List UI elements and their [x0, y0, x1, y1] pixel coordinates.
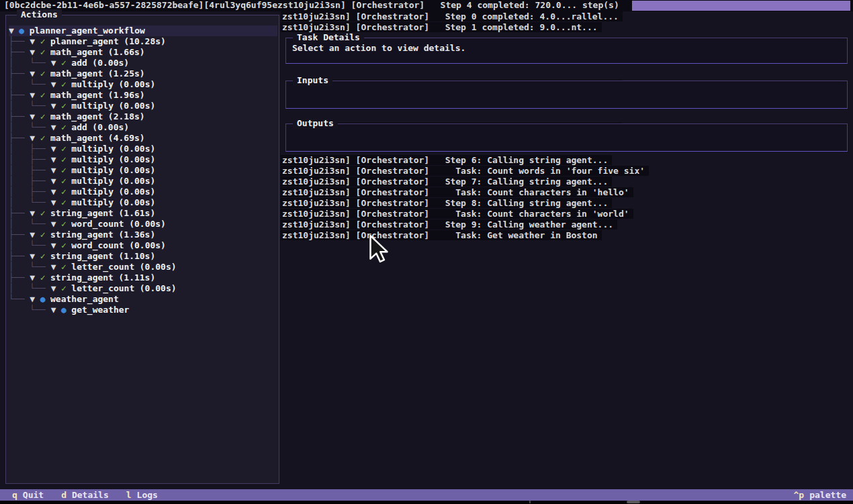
check-icon: ✓ — [61, 187, 66, 197]
log-line: zst10ju2i3sn] [Orchestrator] Step 7: Cal… — [281, 177, 649, 187]
expand-arrow-icon: ▼ — [51, 79, 56, 89]
expand-arrow-icon: ▼ — [9, 26, 14, 36]
node-duration: (0.00s) — [92, 122, 129, 132]
tree-guide: │ └── — [9, 101, 51, 111]
footer-binding-logs[interactable]: lLogs — [126, 489, 158, 501]
expand-arrow-icon: ▼ — [30, 272, 35, 283]
tree-node-math_agent[interactable]: ├── ▼✓math_agent(1.25s) — [9, 68, 277, 79]
tree-node-add[interactable]: │ └── ▼✓add(0.00s) — [9, 122, 277, 133]
node-label: multiply — [71, 176, 114, 186]
binding-key: d — [61, 489, 66, 501]
tree-node-math_agent[interactable]: ├── ▼✓math_agent(1.96s) — [9, 90, 277, 101]
log-text: zst10ju2i3sn] [Orchestrator] Step 8: Cal… — [281, 198, 612, 208]
tree-node-string_agent[interactable]: ├── ▼✓string_agent(1.36s) — [9, 230, 277, 240]
tree-node-planner_agent_workflow[interactable]: ▼●planner_agent_workflow — [9, 26, 277, 36]
check-icon: ✓ — [61, 122, 66, 132]
tree-guide: │ └── — [9, 197, 51, 207]
check-icon: ✓ — [40, 133, 46, 143]
node-duration: (0.00s) — [140, 262, 177, 272]
running-dot-icon: ● — [40, 294, 46, 304]
actions-tree: ▼●planner_agent_workflow├── ▼✓planner_ag… — [9, 26, 277, 315]
running-dot-icon: ● — [61, 305, 66, 315]
tree-node-multiply[interactable]: │ └── ▼✓multiply(0.00s) — [9, 197, 277, 208]
app-screen: [0bc2dcbe-2b11-4e6b-a557-2825872beafe][4… — [0, 0, 853, 504]
node-label: string_agent — [50, 208, 114, 218]
node-label: letter_count — [71, 262, 134, 272]
tree-guide: ├── — [9, 272, 30, 283]
actions-panel-title: Actions — [17, 9, 62, 20]
tree-node-math_agent[interactable]: ├── ▼✓math_agent(2.18s) — [9, 111, 277, 122]
log-text: zst10ju2i3sn] [Orchestrator] Task: Count… — [281, 166, 649, 176]
tree-node-add[interactable]: │ └── ▼✓add(0.00s) — [9, 58, 277, 68]
actions-panel[interactable]: Actions ▼●planner_agent_workflow├── ▼✓pl… — [5, 15, 279, 484]
node-duration: (1.11s) — [118, 272, 155, 283]
node-duration: (1.96s) — [108, 90, 145, 100]
tree-node-letter_count[interactable]: │ └── ▼✓letter_count(0.00s) — [9, 262, 277, 272]
tree-node-multiply[interactable]: │ └── ▼✓multiply(0.00s) — [9, 79, 277, 90]
binding-label: Logs — [137, 489, 158, 501]
scrubber-tick — [529, 501, 531, 503]
node-duration: (0.00s) — [119, 144, 156, 154]
node-duration: (4.69s) — [108, 133, 145, 143]
tree-node-word_count[interactable]: │ └── ▼✓word_count(0.00s) — [9, 240, 277, 251]
footer-binding-details[interactable]: dDetails — [61, 489, 109, 501]
tree-guide: │ ├── — [9, 187, 51, 197]
tree-node-string_agent[interactable]: ├── ▼✓string_agent(1.10s) — [9, 251, 277, 262]
tree-node-letter_count[interactable]: │ └── ▼✓letter_count(0.00s) — [9, 283, 277, 294]
log-text: zst10ju2i3sn] [Orchestrator] Step 9: Cal… — [281, 219, 617, 230]
palette-binding[interactable]: ^ppalette — [794, 489, 846, 501]
check-icon: ✓ — [61, 240, 66, 250]
node-label: multiply — [71, 154, 114, 164]
check-icon: ✓ — [40, 68, 46, 79]
log-text: zst10ju2i3sn] [Orchestrator] Task: Count… — [281, 209, 633, 219]
tree-node-multiply[interactable]: │ ├── ▼✓multiply(0.00s) — [9, 144, 277, 154]
node-label: get_weather — [71, 305, 129, 315]
tree-node-planner_agent[interactable]: ├── ▼✓planner_agent(10.28s) — [9, 36, 277, 47]
tree-guide: ├── — [9, 68, 30, 79]
tree-guide: │ ├── — [9, 154, 51, 164]
log-text: zst10ju2i3sn] [Orchestrator] Step 7: Cal… — [281, 177, 612, 187]
node-duration: (0.00s) — [119, 197, 156, 207]
tree-node-get_weather[interactable]: └── ▼●get_weather — [9, 305, 277, 315]
tree-guide: └── — [9, 305, 51, 315]
tree-node-math_agent[interactable]: ├── ▼✓math_agent(1.66s) — [9, 47, 277, 58]
expand-arrow-icon: ▼ — [30, 133, 35, 143]
node-label: multiply — [71, 165, 114, 175]
node-label: weather_agent — [50, 294, 119, 304]
node-duration: (0.00s) — [119, 165, 156, 175]
tree-guide: │ └── — [9, 122, 51, 132]
node-label: planner_agent_workflow — [30, 26, 145, 36]
check-icon: ✓ — [61, 176, 66, 186]
node-duration: (0.00s) — [119, 154, 156, 164]
tree-guide: │ └── — [9, 240, 51, 250]
tree-node-multiply[interactable]: │ ├── ▼✓multiply(0.00s) — [9, 154, 277, 165]
log-line: zst10ju2i3sn] [Orchestrator] Task: Get w… — [281, 230, 649, 241]
expand-arrow-icon: ▼ — [30, 111, 35, 121]
tree-node-word_count[interactable]: │ └── ▼✓word_count(0.00s) — [9, 219, 277, 230]
expand-arrow-icon: ▼ — [51, 144, 56, 154]
tree-node-multiply[interactable]: │ └── ▼✓multiply(0.00s) — [9, 101, 277, 111]
log-text: zst10ju2i3sn] [Orchestrator] Task: Get w… — [281, 230, 602, 240]
tree-guide: │ └── — [9, 283, 51, 293]
tree-node-math_agent[interactable]: ├── ▼✓math_agent(4.69s) — [9, 133, 277, 144]
task-details-box: Task Details Select an action to view de… — [285, 38, 848, 64]
tree-node-multiply[interactable]: │ ├── ▼✓multiply(0.00s) — [9, 187, 277, 197]
check-icon: ✓ — [61, 58, 66, 68]
running-dot-icon: ● — [19, 26, 24, 36]
node-label: multiply — [71, 144, 114, 154]
tree-node-string_agent[interactable]: ├── ▼✓string_agent(1.61s) — [9, 208, 277, 219]
tree-node-weather_agent[interactable]: └── ▼●weather_agent — [9, 294, 277, 305]
footer-binding-quit[interactable]: qQuit — [12, 489, 44, 501]
tree-node-string_agent[interactable]: ├── ▼✓string_agent(1.11s) — [9, 272, 277, 283]
task-details-title: Task Details — [293, 32, 364, 43]
node-duration: (1.36s) — [118, 230, 155, 240]
mouse-cursor-icon — [369, 235, 389, 264]
check-icon: ✓ — [61, 219, 66, 229]
expand-arrow-icon: ▼ — [30, 294, 35, 304]
tree-guide: ├── — [9, 47, 30, 57]
node-label: string_agent — [50, 230, 114, 240]
expand-arrow-icon: ▼ — [51, 58, 56, 68]
check-icon: ✓ — [61, 197, 66, 207]
tree-node-multiply[interactable]: │ ├── ▼✓multiply(0.00s) — [9, 165, 277, 176]
tree-node-multiply[interactable]: │ ├── ▼✓multiply(0.00s) — [9, 176, 277, 187]
